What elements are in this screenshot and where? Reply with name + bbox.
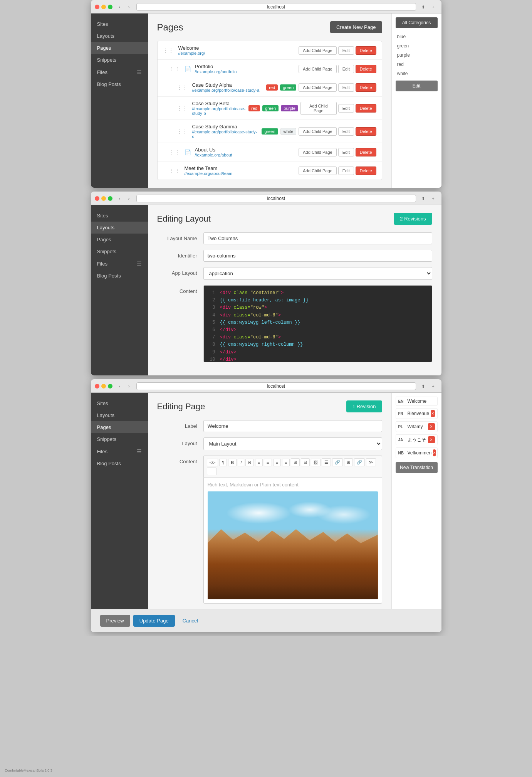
- edit-button[interactable]: Edit: [338, 83, 354, 92]
- sidebar-item-sites[interactable]: Sites: [91, 18, 148, 30]
- add-child-page-button[interactable]: Add Child Page: [299, 46, 336, 55]
- remove-translation-pl[interactable]: ×: [428, 423, 435, 430]
- paragraph-button[interactable]: ¶: [219, 459, 227, 466]
- revision-button[interactable]: 1 Revision: [346, 400, 382, 412]
- create-new-page-button[interactable]: Create New Page: [330, 21, 382, 33]
- label-input[interactable]: [203, 420, 382, 432]
- table-remove-button[interactable]: ⊟: [301, 458, 310, 466]
- delete-button[interactable]: Delete: [356, 148, 376, 156]
- close-button[interactable]: [95, 196, 99, 201]
- maximize-button[interactable]: [108, 5, 112, 9]
- add-child-page-button[interactable]: Add Child Page: [299, 166, 336, 175]
- sidebar-item-blog[interactable]: Blog Posts: [91, 457, 148, 469]
- address-bar-2[interactable]: localhost: [136, 195, 416, 202]
- back-button[interactable]: ‹: [116, 195, 124, 202]
- delete-button[interactable]: Delete: [356, 127, 376, 136]
- edit-button[interactable]: Edit: [338, 104, 354, 113]
- page-url[interactable]: //example.org/portfolio/case-study-c: [192, 130, 259, 139]
- page-url[interactable]: //example.org/portfolio: [195, 69, 296, 74]
- layout-select[interactable]: Main Layout: [203, 437, 382, 450]
- sidebar-item-pages[interactable]: Pages: [91, 421, 148, 433]
- update-page-button[interactable]: Update Page: [133, 615, 175, 627]
- page-url[interactable]: //example.org/: [178, 51, 296, 56]
- maximize-button[interactable]: [108, 196, 112, 201]
- page-url[interactable]: //example.org/portfolio/case-study-b: [192, 106, 246, 116]
- page-url[interactable]: //example.org/about: [195, 153, 296, 157]
- drag-handle-icon[interactable]: ⋮⋮: [177, 105, 188, 111]
- code-button[interactable]: </>: [207, 459, 218, 466]
- preview-button[interactable]: Preview: [100, 615, 130, 627]
- sidebar-item-files[interactable]: Files ☰: [91, 257, 148, 270]
- hr-button[interactable]: —: [207, 468, 216, 475]
- outdent-button[interactable]: ≡: [282, 459, 290, 466]
- table-button[interactable]: ⊞: [291, 458, 300, 466]
- sidebar-item-sites[interactable]: Sites: [91, 397, 148, 409]
- share-button[interactable]: ⬆: [419, 383, 428, 390]
- layout-name-input[interactable]: [203, 232, 432, 244]
- revisions-button[interactable]: 2 Revisions: [394, 213, 432, 225]
- media-button[interactable]: ☰: [322, 458, 331, 466]
- sidebar-item-snippets[interactable]: Snippets: [91, 54, 148, 66]
- address-bar-1[interactable]: localhost: [136, 3, 416, 11]
- cancel-button[interactable]: Cancel: [178, 615, 203, 627]
- page-url[interactable]: //example.org/about/team: [185, 171, 296, 176]
- remove-translation-ja[interactable]: ×: [428, 436, 435, 443]
- edit-button[interactable]: Edit: [338, 46, 354, 55]
- sidebar-item-files[interactable]: Files ☰: [91, 66, 148, 78]
- minimize-button[interactable]: [101, 196, 106, 201]
- forward-button[interactable]: ›: [125, 383, 133, 390]
- drag-handle-icon[interactable]: ⋮⋮: [177, 84, 188, 91]
- sidebar-item-sites[interactable]: Sites: [91, 210, 148, 222]
- rich-text-editor[interactable]: Rich text, Markdown or Plain text conten…: [203, 478, 382, 604]
- ol-button[interactable]: ≡: [264, 459, 272, 466]
- add-child-page-button[interactable]: Add Child Page: [299, 65, 336, 73]
- sidebar-item-snippets[interactable]: Snippets: [91, 246, 148, 257]
- new-translation-button[interactable]: New Translation: [396, 462, 438, 473]
- minimize-button[interactable]: [101, 5, 106, 9]
- drag-handle-icon[interactable]: ⋮⋮: [169, 168, 180, 174]
- ul-button[interactable]: ≡: [255, 459, 263, 466]
- indent-button[interactable]: ≡: [273, 459, 281, 466]
- category-red[interactable]: red: [396, 60, 438, 69]
- more-button[interactable]: ≫: [366, 458, 376, 466]
- edit-categories-button[interactable]: Edit: [396, 81, 438, 91]
- drag-handle-icon[interactable]: ⋮⋮: [163, 47, 174, 54]
- back-button[interactable]: ‹: [116, 383, 124, 390]
- address-bar-3[interactable]: localhost: [136, 382, 416, 390]
- close-button[interactable]: [95, 384, 99, 388]
- all-categories-button[interactable]: All Categories: [396, 17, 438, 28]
- add-child-page-button[interactable]: Add Child Page: [299, 83, 336, 92]
- share-button[interactable]: ⬆: [419, 3, 428, 10]
- category-green[interactable]: green: [396, 41, 438, 50]
- delete-button[interactable]: Delete: [356, 65, 376, 73]
- remove-translation-nb[interactable]: ×: [433, 449, 436, 456]
- image-button[interactable]: 🖼: [311, 459, 321, 466]
- sidebar-item-pages[interactable]: Pages: [91, 42, 148, 54]
- drag-handle-icon[interactable]: ⋮⋮: [177, 128, 188, 135]
- sidebar-item-pages[interactable]: Pages: [91, 234, 148, 246]
- new-tab-button[interactable]: +: [429, 3, 438, 10]
- sidebar-item-layouts[interactable]: Layouts: [91, 222, 148, 234]
- strikethrough-button[interactable]: S: [245, 459, 253, 466]
- edit-button[interactable]: Edit: [338, 166, 354, 175]
- grid-button[interactable]: ⊞: [344, 458, 353, 466]
- identifier-input[interactable]: [203, 250, 432, 262]
- back-button[interactable]: ‹: [116, 3, 124, 10]
- sidebar-item-snippets[interactable]: Snippets: [91, 433, 148, 445]
- delete-button[interactable]: Delete: [356, 166, 376, 175]
- add-child-page-button[interactable]: Add Child Page: [300, 102, 337, 115]
- forward-button[interactable]: ›: [125, 3, 133, 10]
- delete-button[interactable]: Delete: [356, 83, 376, 92]
- code-editor[interactable]: 1<div class="container"> 2 {{ cms:file h…: [203, 285, 432, 362]
- close-button[interactable]: [95, 5, 99, 9]
- add-child-page-button[interactable]: Add Child Page: [299, 148, 336, 156]
- edit-button[interactable]: Edit: [338, 127, 354, 136]
- share-button[interactable]: ⬆: [419, 195, 428, 202]
- forward-button[interactable]: ›: [125, 195, 133, 202]
- delete-button[interactable]: Delete: [356, 104, 376, 113]
- sidebar-item-files[interactable]: Files ☰: [91, 445, 148, 457]
- sidebar-item-blog[interactable]: Blog Posts: [91, 78, 148, 90]
- drag-handle-icon[interactable]: ⋮⋮: [169, 66, 180, 72]
- category-purple[interactable]: purple: [396, 50, 438, 60]
- sidebar-item-layouts[interactable]: Layouts: [91, 30, 148, 42]
